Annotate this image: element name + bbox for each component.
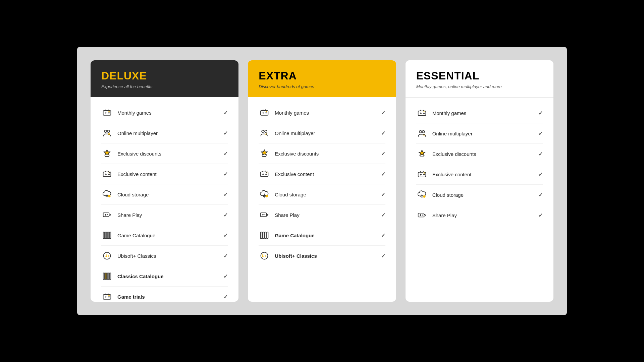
feature-left: Online multiplayer	[259, 127, 315, 139]
feature-label: Online multiplayer	[275, 130, 315, 136]
share-play-icon	[259, 209, 270, 221]
feature-left: Cloud storage	[259, 189, 306, 200]
svg-text:U+: U+	[105, 254, 110, 258]
feature-label: Game Catalogue	[275, 233, 314, 238]
feature-row: Monthly games✓	[416, 103, 543, 123]
feature-row: Exclusive content✓	[101, 164, 228, 184]
feature-left: Online multiplayer	[101, 127, 158, 139]
exclusive-content-icon	[259, 168, 270, 180]
online-multiplayer-icon	[259, 127, 270, 139]
svg-point-51	[424, 113, 425, 114]
feature-label: Share Play	[117, 212, 142, 218]
ubisoft-classics-icon: U+	[259, 250, 270, 261]
feature-left: Share Play	[101, 209, 142, 221]
main-container: DELUXEExperience all the benefits Monthl…	[77, 47, 567, 315]
check-mark-icon: ✓	[223, 171, 228, 177]
feature-row: Share Play✓	[101, 205, 228, 225]
svg-rect-44	[265, 232, 266, 238]
svg-point-54	[422, 130, 425, 133]
feature-label: Cloud storage	[432, 192, 464, 198]
feature-row: U+ Ubisoft+ Classics✓	[101, 246, 228, 266]
cloud-storage-icon	[101, 189, 113, 200]
exclusive-discounts-icon	[259, 148, 270, 159]
check-mark-icon: ✓	[223, 273, 228, 280]
svg-point-41	[265, 214, 266, 215]
check-mark-icon: ✓	[538, 212, 543, 219]
check-mark-icon: ✓	[223, 294, 228, 300]
feature-label: Exclusive content	[432, 172, 472, 177]
svg-point-8	[108, 174, 109, 175]
feature-left: Game trials	[101, 291, 145, 302]
monthly-games-icon	[416, 107, 428, 119]
monthly-games-icon	[101, 107, 113, 118]
feature-row: Game trials✓	[101, 287, 228, 302]
plan-title-essential: ESSENTIAL	[416, 70, 543, 82]
svg-point-3	[108, 111, 110, 112]
feature-left: Cloud storage	[416, 189, 464, 200]
feature-left: U+ Ubisoft+ Classics	[259, 250, 317, 261]
feature-label: Classics Catalogue	[117, 274, 164, 279]
feature-label: Game Catalogue	[117, 233, 155, 238]
features-list-extra: Monthly games✓ Online multiplayer✓ Exclu…	[248, 97, 396, 274]
check-mark-icon: ✓	[223, 150, 228, 157]
check-mark-icon: ✓	[223, 212, 228, 218]
check-mark-icon: ✓	[381, 110, 385, 116]
svg-rect-15	[105, 232, 107, 238]
feature-row: Exclusive content✓	[416, 164, 543, 185]
features-list-essential: Monthly games✓ Online multiplayer✓ Exclu…	[406, 98, 553, 233]
feature-left: Monthly games	[259, 107, 309, 118]
feature-label: Cloud storage	[275, 192, 306, 197]
feature-left: Share Play	[259, 209, 299, 221]
exclusive-discounts-icon	[416, 148, 428, 160]
exclusive-discounts-icon	[101, 148, 113, 159]
feature-row: Exclusive content✓	[259, 164, 385, 184]
feature-label: Exclusive content	[117, 171, 157, 177]
svg-point-13	[107, 214, 108, 215]
svg-rect-17	[109, 232, 111, 238]
svg-point-4	[104, 130, 107, 132]
svg-point-30	[266, 113, 267, 114]
exclusive-content-icon	[101, 168, 113, 180]
game-catalogue-icon	[101, 230, 113, 241]
feature-label: Monthly games	[432, 110, 467, 116]
feature-row: Monthly games✓	[259, 103, 385, 123]
share-play-icon	[416, 209, 428, 221]
game-catalogue-icon	[259, 230, 270, 241]
feature-label: Ubisoft+ Classics	[117, 253, 156, 259]
feature-label: Share Play	[432, 213, 457, 218]
feature-row: U+ Ubisoft+ Classics✓	[259, 246, 385, 266]
check-mark-icon: ✓	[223, 191, 228, 198]
check-mark-icon: ✓	[381, 150, 385, 157]
svg-point-31	[266, 111, 267, 112]
feature-label: Online multiplayer	[117, 130, 158, 136]
feature-left: Share Play	[416, 209, 457, 221]
feature-left: Exclusive content	[259, 168, 314, 180]
svg-point-2	[109, 113, 110, 114]
svg-point-39	[266, 195, 268, 197]
check-mark-icon: ✓	[223, 130, 228, 136]
exclusive-content-icon	[416, 169, 428, 180]
monthly-games-icon	[259, 107, 270, 118]
svg-point-53	[419, 130, 422, 133]
feature-left: Exclusive discounts	[416, 148, 476, 160]
feature-row: Exclusive discounts✓	[416, 144, 543, 164]
feature-left: Classics Catalogue	[101, 270, 164, 282]
check-mark-icon: ✓	[538, 151, 543, 157]
feature-label: Exclusive discounts	[432, 151, 476, 157]
svg-point-52	[423, 111, 425, 113]
features-list-deluxe: Monthly games✓ Online multiplayer✓ Exclu…	[91, 97, 238, 302]
feature-left: Exclusive content	[416, 169, 472, 180]
feature-label: Ubisoft+ Classics	[275, 253, 317, 259]
feature-label: Exclusive content	[275, 171, 314, 177]
svg-rect-16	[107, 232, 109, 238]
svg-rect-21	[103, 273, 105, 279]
feature-row: Online multiplayer✓	[416, 123, 543, 144]
feature-label: Online multiplayer	[432, 131, 473, 136]
svg-rect-45	[267, 232, 268, 238]
cloud-storage-icon	[416, 189, 428, 200]
plan-header-extra: EXTRADiscover hundreds of games	[248, 60, 396, 97]
feature-row: Share Play✓	[259, 205, 385, 225]
feature-left: Game Catalogue	[259, 230, 314, 241]
svg-rect-22	[105, 273, 107, 279]
feature-left: Monthly games	[416, 107, 467, 119]
